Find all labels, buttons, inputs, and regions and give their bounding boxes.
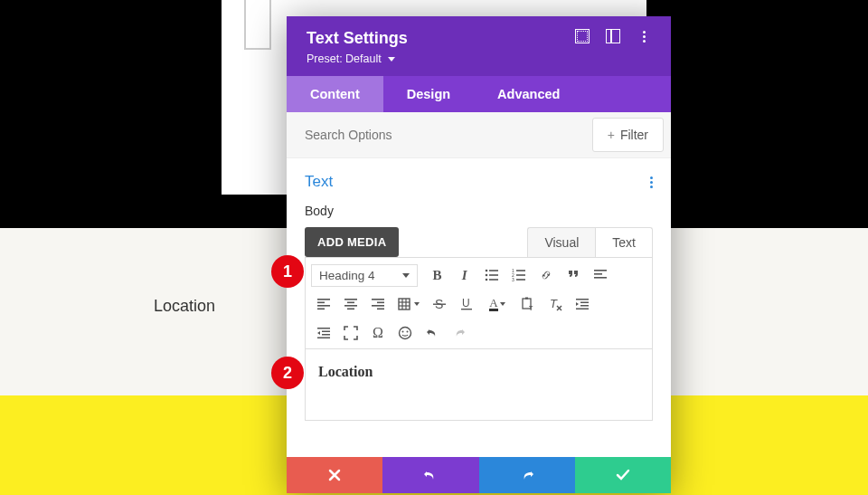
svg-point-51 — [402, 331, 404, 333]
tab-design[interactable]: Design — [383, 76, 474, 112]
svg-rect-22 — [347, 309, 354, 310]
add-media-button[interactable]: ADD MEDIA — [305, 227, 399, 257]
svg-rect-11 — [516, 279, 525, 281]
svg-rect-12 — [594, 270, 607, 271]
svg-rect-13 — [594, 273, 602, 275]
svg-rect-37 — [525, 298, 528, 300]
modal-tabs: Content Design Advanced — [287, 76, 671, 112]
svg-rect-26 — [377, 309, 384, 310]
svg-rect-45 — [576, 309, 589, 310]
tab-content[interactable]: Content — [287, 76, 383, 112]
filter-button[interactable]: + Filter — [592, 118, 664, 152]
editor-toolbar: Heading 4 B I 123 S U A T T Ω — [305, 257, 653, 348]
modal-title: Text Settings — [307, 29, 408, 48]
svg-rect-7 — [516, 270, 525, 271]
align-left-button[interactable] — [311, 292, 336, 316]
text-color-button[interactable]: A — [481, 292, 514, 316]
svg-rect-24 — [377, 302, 384, 304]
search-input[interactable] — [287, 115, 585, 155]
underline-button[interactable]: U — [454, 292, 479, 316]
svg-point-0 — [485, 270, 487, 272]
table-button[interactable] — [392, 292, 425, 316]
svg-rect-48 — [322, 334, 330, 336]
svg-text:3: 3 — [512, 277, 514, 282]
preset-value: Default — [345, 52, 382, 65]
section-more-icon[interactable] — [650, 176, 653, 188]
svg-rect-19 — [344, 299, 357, 300]
search-bar: + Filter — [287, 112, 671, 158]
svg-point-50 — [400, 328, 411, 339]
svg-rect-5 — [489, 279, 498, 281]
numbered-list-button[interactable]: 123 — [506, 263, 532, 287]
svg-rect-44 — [580, 305, 589, 307]
page-location-label: Location — [154, 297, 215, 316]
italic-button[interactable]: I — [452, 263, 477, 287]
svg-rect-9 — [516, 274, 525, 276]
svg-rect-17 — [317, 305, 330, 307]
editor-tab-text[interactable]: Text — [595, 227, 653, 257]
align-center-button[interactable] — [338, 292, 363, 316]
indent-button[interactable] — [570, 292, 595, 316]
editor-tab-visual[interactable]: Visual — [527, 227, 595, 257]
redo-button[interactable] — [447, 321, 472, 345]
svg-rect-15 — [317, 299, 330, 300]
svg-rect-18 — [317, 309, 325, 310]
annotation-2: 2 — [271, 357, 304, 389]
svg-rect-14 — [594, 277, 607, 279]
svg-rect-25 — [372, 305, 384, 307]
svg-rect-1 — [489, 270, 498, 271]
svg-rect-46 — [317, 328, 330, 329]
expand-icon[interactable] — [575, 29, 590, 43]
svg-text:T: T — [529, 305, 533, 311]
svg-rect-16 — [317, 302, 325, 304]
svg-rect-49 — [317, 338, 330, 339]
svg-rect-27 — [399, 299, 410, 309]
emoji-button[interactable] — [392, 321, 418, 345]
svg-rect-35 — [461, 309, 472, 309]
svg-rect-43 — [580, 302, 589, 304]
svg-rect-42 — [576, 299, 589, 300]
link-button[interactable] — [533, 263, 559, 287]
modal-action-bar — [287, 457, 671, 493]
outdent-button[interactable] — [311, 321, 336, 345]
chevron-down-icon — [402, 273, 410, 278]
strikethrough-button[interactable]: S — [427, 292, 452, 316]
svg-text:T: T — [550, 297, 558, 310]
save-button[interactable] — [575, 457, 671, 493]
editor-body[interactable]: Location — [305, 348, 653, 421]
align-right-button[interactable] — [365, 292, 391, 316]
modal-header: Text Settings Preset: Default — [287, 16, 671, 76]
annotation-1: 1 — [271, 255, 304, 288]
special-char-button[interactable]: Ω — [365, 321, 391, 345]
more-menu-icon[interactable] — [637, 29, 651, 43]
align-menu-button[interactable] — [588, 263, 613, 287]
svg-rect-23 — [372, 299, 384, 300]
panel-layout-icon[interactable] — [606, 29, 620, 43]
bullet-list-button[interactable] — [479, 263, 505, 287]
redo-action-button[interactable] — [479, 457, 575, 493]
fullscreen-button[interactable] — [338, 321, 363, 345]
svg-point-52 — [407, 331, 409, 333]
section-title[interactable]: Text — [305, 173, 333, 191]
close-button[interactable] — [287, 457, 382, 493]
undo-action-button[interactable] — [382, 457, 478, 493]
preset-selector[interactable]: Preset: Default — [307, 52, 408, 65]
chevron-down-icon — [388, 57, 395, 62]
undo-button[interactable] — [420, 321, 445, 345]
format-select[interactable]: Heading 4 — [311, 264, 418, 287]
tab-advanced[interactable]: Advanced — [474, 76, 583, 112]
bold-button[interactable]: B — [425, 263, 450, 287]
blockquote-button[interactable] — [561, 263, 586, 287]
paste-text-button[interactable]: T — [515, 292, 541, 316]
body-label: Body — [305, 204, 653, 218]
svg-point-2 — [485, 274, 487, 277]
format-select-value: Heading 4 — [319, 269, 375, 282]
editor-content-text: Location — [318, 364, 639, 380]
svg-rect-33 — [433, 304, 446, 305]
svg-rect-47 — [322, 331, 330, 333]
svg-rect-20 — [347, 302, 354, 304]
filter-label: Filter — [620, 128, 648, 142]
clear-formatting-button[interactable]: T — [542, 292, 568, 316]
svg-rect-3 — [489, 274, 498, 276]
svg-point-4 — [485, 279, 487, 281]
